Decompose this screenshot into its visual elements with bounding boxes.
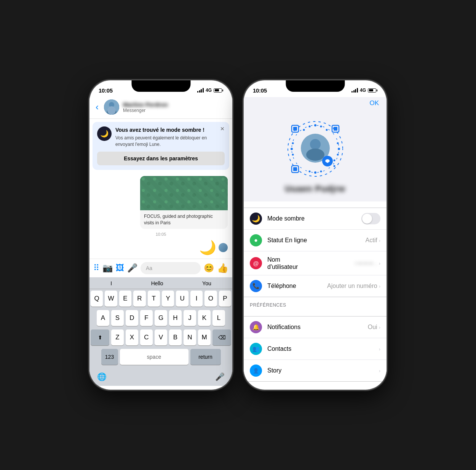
notifications-icon: 🔔 xyxy=(250,321,262,333)
key-j[interactable]: J xyxy=(184,310,196,326)
key-e[interactable]: E xyxy=(119,291,131,307)
camera-icon[interactable]: 📷 xyxy=(102,263,113,273)
mic-icon[interactable]: 🎤 xyxy=(127,263,137,273)
emoji-icon[interactable]: 😊 xyxy=(204,263,214,273)
dictation-icon[interactable]: 🎤 xyxy=(215,372,225,381)
key-v[interactable]: V xyxy=(155,329,167,345)
key-x[interactable]: X xyxy=(126,329,138,345)
key-b[interactable]: B xyxy=(169,329,182,345)
dark-mode-toggle[interactable] xyxy=(361,213,380,224)
svg-rect-4 xyxy=(140,176,228,210)
dark-mode-label: Mode sombre xyxy=(267,215,356,222)
key-m[interactable]: M xyxy=(198,329,211,345)
input-placeholder: Aa xyxy=(146,265,152,271)
key-row-4: 123 space return xyxy=(91,349,231,365)
settings-row-notifications[interactable]: 🔔 Notifications Oui › xyxy=(244,317,387,338)
svg-point-17 xyxy=(308,126,310,128)
settings-row-contacts[interactable]: 👥 Contacts › xyxy=(244,338,387,360)
key-numbers[interactable]: 123 xyxy=(101,349,118,365)
settings-row-story[interactable]: 👤 Story › xyxy=(244,360,387,381)
svg-rect-14 xyxy=(293,167,297,171)
svg-point-20 xyxy=(291,148,293,150)
link-image xyxy=(140,176,228,210)
chevron-icon: › xyxy=(379,238,380,243)
key-z[interactable]: Z xyxy=(111,329,124,345)
back-button[interactable]: ‹ xyxy=(94,100,100,114)
key-c[interactable]: C xyxy=(140,329,153,345)
key-return[interactable]: return xyxy=(190,349,221,365)
globe-icon[interactable]: 🌐 xyxy=(97,372,107,381)
message-input[interactable]: Aa xyxy=(141,262,201,274)
story-label: Story xyxy=(267,367,374,374)
gallery-icon[interactable]: 🖼 xyxy=(116,263,124,273)
chevron-icon-6: › xyxy=(379,368,380,374)
key-w[interactable]: W xyxy=(105,291,117,307)
key-s[interactable]: S xyxy=(111,310,124,326)
keyboard: I Hello You Q W E R T Y U I O P xyxy=(89,277,232,386)
chat-timestamp: 10:05 xyxy=(94,232,228,237)
chevron-icon-4: › xyxy=(379,325,380,330)
svg-point-1 xyxy=(109,102,114,107)
predictive-word-2[interactable]: Hello xyxy=(151,280,163,286)
settings-row-status[interactable]: ● Statut En ligne Actif › xyxy=(244,230,387,251)
key-t[interactable]: T xyxy=(148,291,160,307)
try-settings-button[interactable]: Essayez dans les paramètres xyxy=(97,152,225,165)
settings-row-phone[interactable]: 📞 Téléphone Ajouter un numéro › xyxy=(244,275,387,297)
status-value: Actif › xyxy=(366,237,380,244)
banner-close-button[interactable]: ✕ xyxy=(220,126,225,132)
key-i[interactable]: I xyxy=(190,291,203,307)
key-row-1: Q W E R T Y U I O P xyxy=(91,291,231,307)
username-icon: @ xyxy=(250,257,262,269)
moon-emoji: 🌙 xyxy=(199,240,216,256)
key-g[interactable]: G xyxy=(155,310,167,326)
key-r[interactable]: R xyxy=(133,291,145,307)
key-k[interactable]: K xyxy=(198,310,211,326)
key-a[interactable]: A xyxy=(97,310,109,326)
messenger-header: ‹ Martine Perdron Messenger xyxy=(89,97,232,119)
key-l[interactable]: L xyxy=(212,310,225,326)
key-h[interactable]: H xyxy=(169,310,182,326)
contacts-value: › xyxy=(379,346,380,352)
key-o[interactable]: O xyxy=(204,291,217,307)
svg-point-25 xyxy=(292,142,294,144)
svg-point-23 xyxy=(337,142,339,144)
settings-row-username[interactable]: @ Nomd'utilisateur ▪ ▪▪ ▪▪ ▪▪ .. › xyxy=(244,251,387,275)
chat-info: Martine Perdron Messenger xyxy=(123,101,228,113)
svg-rect-10 xyxy=(293,127,297,131)
svg-point-26 xyxy=(314,171,316,174)
dots-icon[interactable]: ⠿ xyxy=(93,263,99,273)
ok-button[interactable]: OK xyxy=(369,99,379,107)
svg-point-16 xyxy=(320,126,322,128)
qr-code xyxy=(285,118,346,179)
chat-area: FOCUS, guided and photographic visits in… xyxy=(89,173,232,259)
key-u[interactable]: U xyxy=(176,291,188,307)
key-y[interactable]: Y xyxy=(162,291,174,307)
key-q[interactable]: Q xyxy=(91,291,103,307)
notifications-label: Notifications xyxy=(267,324,363,331)
key-space[interactable]: space xyxy=(120,349,188,365)
thumbs-up-icon[interactable]: 👍 xyxy=(217,263,228,273)
left-phone: 10:05 4G ‹ xyxy=(89,80,232,390)
key-p[interactable]: P xyxy=(219,291,231,307)
key-shift[interactable]: ⬆ xyxy=(91,329,109,345)
predictive-word-1[interactable]: I xyxy=(110,280,112,286)
key-d[interactable]: D xyxy=(126,310,138,326)
chat-avatar xyxy=(104,99,119,115)
svg-point-30 xyxy=(333,165,335,167)
predictive-word-3[interactable]: You xyxy=(202,280,211,286)
svg-point-32 xyxy=(310,139,321,150)
svg-point-15 xyxy=(314,124,316,126)
msg-avatar xyxy=(219,243,228,252)
key-n[interactable]: N xyxy=(184,329,196,345)
key-f[interactable]: F xyxy=(140,310,153,326)
story-value: › xyxy=(379,368,380,374)
dark-mode-icon: 🌙 xyxy=(250,213,262,225)
key-backspace[interactable]: ⌫ xyxy=(212,329,231,345)
chevron-icon-3: › xyxy=(379,283,380,289)
key-row-2: A S D F G H J K L xyxy=(91,310,231,326)
settings-row-dark-mode[interactable]: 🌙 Mode sombre xyxy=(244,208,387,230)
keyboard-bottom-bar: 🌐 🎤 xyxy=(89,370,232,384)
link-text: FOCUS, guided and photographic visits in… xyxy=(140,210,228,229)
link-preview: FOCUS, guided and photographic visits in… xyxy=(140,176,228,229)
notch-right xyxy=(286,80,345,92)
